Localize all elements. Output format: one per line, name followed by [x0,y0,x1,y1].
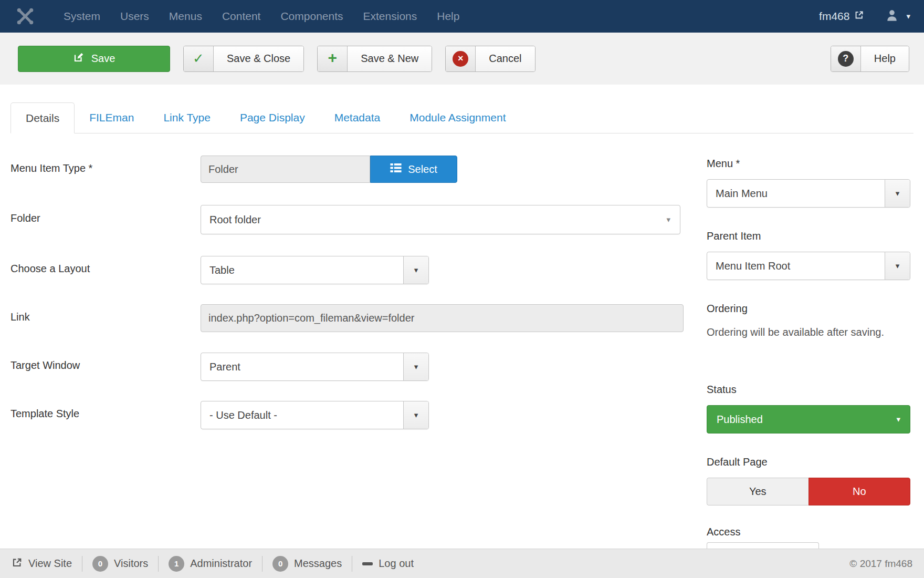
divider [262,556,262,572]
target-window-label: Target Window [10,359,184,371]
tab-bar: Details FILEman Link Type Page Display M… [10,102,914,133]
chevron-down-icon: ▾ [403,401,428,429]
nav-item-menus[interactable]: Menus [159,10,212,23]
main-menu-bar: System Users Menus Content Components Ex… [54,10,469,23]
copyright-text: © 2017 fm468 [849,558,912,570]
chevron-down-icon: ▾ [906,12,910,21]
template-style-select[interactable]: - Use Default - ▾ [201,401,429,429]
tab-fileman[interactable]: FILEman [75,102,149,133]
help-button[interactable]: ? Help [831,46,909,72]
messages-label: Messages [294,558,342,570]
tab-metadata[interactable]: Metadata [320,102,395,133]
logout-label: Log out [379,558,414,570]
status-bar: View Site 0 Visitors 1 Administrator 0 M… [0,549,924,578]
nav-item-extensions[interactable]: Extensions [353,10,427,23]
save-close-label: Save & Close [214,46,303,71]
folder-select[interactable]: Root folder ▾ [201,205,680,234]
parent-item-select[interactable]: Menu Item Root ▾ [707,252,910,280]
administrator-count-badge: 1 [169,556,184,572]
question-circle-icon: ? [831,46,861,71]
external-link-icon [854,10,864,23]
target-window-select[interactable]: Parent ▾ [201,353,429,381]
tab-details[interactable]: Details [10,102,75,133]
parent-item-label: Parent Item [707,230,911,242]
menu-item-type-label: Menu Item Type * [10,162,184,174]
top-navbar: System Users Menus Content Components Ex… [0,0,924,33]
chevron-down-icon: ▾ [666,215,670,224]
logout-icon [362,562,373,565]
view-site-button[interactable]: View Site [12,557,72,571]
view-site-label: View Site [28,558,72,570]
tab-link-type[interactable]: Link Type [149,102,225,133]
save-button[interactable]: Save [18,46,170,72]
select-menu-item-type-button[interactable]: Select [370,156,457,183]
layout-select[interactable]: Table ▾ [201,256,429,284]
chevron-down-icon: ▾ [896,415,900,424]
external-link-icon [12,557,23,571]
divider [82,556,82,572]
default-page-label: Default Page [707,456,911,468]
status-value: Published [717,414,763,426]
save-pencil-icon [73,51,85,66]
chevron-down-icon: ▾ [403,256,428,284]
cancel-button[interactable]: × Cancel [445,46,535,72]
visitors-status[interactable]: 0 Visitors [92,556,148,572]
joomla-logo-icon [16,7,35,26]
save-close-button[interactable]: ✓ Save & Close [183,46,304,72]
nav-item-users[interactable]: Users [110,10,159,23]
nav-item-components[interactable]: Components [270,10,353,23]
help-label: Help [861,46,909,71]
check-icon: ✓ [184,46,214,71]
administrator-status[interactable]: 1 Administrator [169,556,252,572]
default-page-toggle: Yes No [707,478,910,505]
save-new-button[interactable]: + Save & New [317,46,432,72]
nav-item-system[interactable]: System [54,10,110,23]
administrator-label: Administrator [190,558,252,570]
site-name: fm468 [819,10,849,23]
toolbar: Save ✓ Save & Close + Save & New × Cance… [0,33,924,85]
user-icon [885,8,899,24]
layout-label: Choose a Layout [10,263,184,275]
view-site-link[interactable]: fm468 [819,10,864,23]
visitors-label: Visitors [114,558,148,570]
menu-item-type-field: Folder [201,156,370,183]
user-menu-toggle[interactable]: ▾ [885,8,910,24]
chevron-down-icon: ▾ [403,353,428,380]
plus-icon: + [318,46,348,71]
messages-count-badge: 0 [272,556,288,572]
chevron-down-icon: ▾ [885,252,910,280]
save-new-label: Save & New [348,46,432,71]
divider [352,556,352,572]
divider [158,556,159,572]
folder-label: Folder [10,212,184,224]
chevron-down-icon: ▾ [885,180,910,207]
ordering-label: Ordering [707,303,911,315]
nav-item-content[interactable]: Content [212,10,271,23]
cancel-circle-icon: × [446,46,476,71]
list-icon [390,163,402,176]
ordering-note: Ordering will be available after saving. [707,324,912,340]
tab-module-assignment[interactable]: Module Assignment [395,102,520,133]
cancel-label: Cancel [476,46,534,71]
menu-select[interactable]: Main Menu ▾ [707,179,910,208]
logout-button[interactable]: Log out [362,558,414,570]
menu-label: Menu * [707,158,911,170]
link-field: index.php?option=com_fileman&view=folder [201,304,684,332]
link-label: Link [10,311,184,323]
default-page-no-button[interactable]: No [808,478,911,505]
access-label: Access [707,526,911,538]
nav-item-help[interactable]: Help [427,10,469,23]
status-select[interactable]: Published ▾ [707,405,910,434]
select-button-label: Select [408,163,437,176]
save-button-label: Save [91,53,116,65]
default-page-yes-button[interactable]: Yes [707,478,808,505]
navbar-right: fm468 ▾ [819,8,910,24]
messages-status[interactable]: 0 Messages [272,556,342,572]
status-label: Status [707,384,911,396]
visitors-count-badge: 0 [92,556,108,572]
template-style-label: Template Style [10,408,184,420]
tab-page-display[interactable]: Page Display [225,102,320,133]
